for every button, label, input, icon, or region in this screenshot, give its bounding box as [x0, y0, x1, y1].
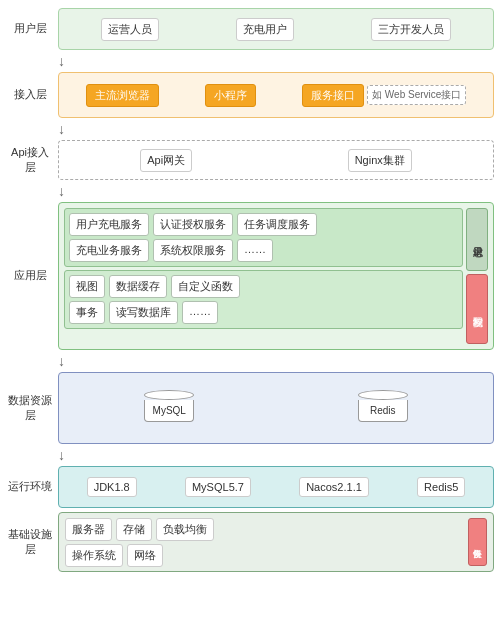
service-row-2: 充电业务服务 系统权限服务 ……: [69, 239, 458, 262]
redis-db-icon: Redis: [358, 390, 408, 426]
runtime-layer-label: 运行环境: [6, 466, 54, 508]
mysql-db-body: MySQL: [144, 400, 194, 422]
box-browser: 主流浏览器: [86, 84, 159, 107]
infra-main: 服务器 存储 负载均衡 操作系统 网络: [65, 518, 465, 566]
infra-layer: 基础设施层 服务器 存储 负载均衡 操作系统 网络 备份恢复: [6, 512, 494, 572]
app-layer: 应用层 用户充电服务 认证授权服务 任务调度服务 充电业务服务 系统权限服务 ……: [6, 202, 494, 350]
framework-row-1: 视图 数据缓存 自定义函数: [69, 275, 458, 298]
framework-row-2: 事务 读写数据库 ……: [69, 301, 458, 324]
app-right-badges: 日志记录 权限控制: [466, 208, 488, 344]
data-layer: 数据资源层 MySQL Redis: [6, 372, 494, 444]
api-layer-content: Api网关 Nginx集群: [58, 140, 494, 180]
app-main-content: 用户充电服务 认证授权服务 任务调度服务 充电业务服务 系统权限服务 …… 视图…: [64, 208, 463, 344]
box-view: 视图: [69, 275, 105, 298]
data-layer-label: 数据资源层: [6, 372, 54, 444]
box-cache: 数据缓存: [109, 275, 167, 298]
api-layer: Api接入层 Api网关 Nginx集群: [6, 140, 494, 180]
access-layer-content: 主流浏览器 小程序 服务接口 如 Web Service接口: [58, 72, 494, 118]
box-transaction: 事务: [69, 301, 105, 324]
box-charge-svc: 用户充电服务: [69, 213, 149, 236]
box-task-svc: 任务调度服务: [237, 213, 317, 236]
box-loadbalance: 负载均衡: [156, 518, 214, 541]
runtime-layer-content: JDK1.8 MySQL5.7 Nacos2.1.1 Redis5: [58, 466, 494, 508]
box-api-gateway: Api网关: [140, 149, 192, 172]
infra-layer-content: 服务器 存储 负载均衡 操作系统 网络 备份恢复: [58, 512, 494, 572]
architecture-diagram: 用户层 运营人员 充电用户 三方开发人员 ↓ 接入层 主流浏览器 小程序 服务接…: [0, 0, 500, 644]
user-layer: 用户层 运营人员 充电用户 三方开发人员: [6, 8, 494, 50]
box-rw-db: 读写数据库: [109, 301, 178, 324]
access-service-container: 服务接口 如 Web Service接口: [302, 84, 466, 107]
box-charge-user: 充电用户: [236, 18, 294, 41]
data-layer-content: MySQL Redis: [58, 372, 494, 444]
arrow-4: ↓: [6, 354, 494, 368]
box-auth-svc: 认证授权服务: [153, 213, 233, 236]
webservice-note: 如 Web Service接口: [367, 85, 466, 105]
app-bottom-framework: 视图 数据缓存 自定义函数 事务 读写数据库 ……: [64, 270, 463, 329]
arrow-3: ↓: [6, 184, 494, 198]
box-service-api: 服务接口: [302, 84, 364, 107]
box-storage: 存储: [116, 518, 152, 541]
access-layer: 接入层 主流浏览器 小程序 服务接口 如 Web Service接口: [6, 72, 494, 118]
box-more-svc: ……: [237, 239, 273, 262]
box-jdk: JDK1.8: [87, 477, 137, 497]
box-miniapp: 小程序: [205, 84, 256, 107]
access-layer-label: 接入层: [6, 72, 54, 118]
infra-layer-label: 基础设施层: [6, 512, 54, 572]
arrow-2: ↓: [6, 122, 494, 136]
infra-row-1: 服务器 存储 负载均衡: [65, 518, 465, 541]
api-layer-label: Api接入层: [6, 140, 54, 180]
box-more-fw: ……: [182, 301, 218, 324]
box-redis5: Redis5: [417, 477, 465, 497]
user-layer-label: 用户层: [6, 8, 54, 50]
permission-badge: 权限控制: [466, 274, 488, 345]
box-nacos: Nacos2.1.1: [299, 477, 369, 497]
infra-row-2: 操作系统 网络: [65, 544, 465, 567]
arrow-1: ↓: [6, 54, 494, 68]
box-perm-svc: 系统权限服务: [153, 239, 233, 262]
app-layer-content: 用户充电服务 认证授权服务 任务调度服务 充电业务服务 系统权限服务 …… 视图…: [58, 202, 494, 350]
box-os: 操作系统: [65, 544, 123, 567]
box-custom-fn: 自定义函数: [171, 275, 240, 298]
box-biz-svc: 充电业务服务: [69, 239, 149, 262]
runtime-layer: 运行环境 JDK1.8 MySQL5.7 Nacos2.1.1 Redis5: [6, 466, 494, 508]
arrow-5: ↓: [6, 448, 494, 462]
log-badge: 日志记录: [466, 208, 488, 271]
user-layer-content: 运营人员 充电用户 三方开发人员: [58, 8, 494, 50]
box-operator: 运营人员: [101, 18, 159, 41]
service-row-1: 用户充电服务 认证授权服务 任务调度服务: [69, 213, 458, 236]
app-top-services: 用户充电服务 认证授权服务 任务调度服务 充电业务服务 系统权限服务 ……: [64, 208, 463, 267]
mysql-db-icon: MySQL: [144, 390, 194, 426]
redis-db-body: Redis: [358, 400, 408, 422]
box-nginx: Nginx集群: [348, 149, 412, 172]
box-third-dev: 三方开发人员: [371, 18, 451, 41]
box-network: 网络: [127, 544, 163, 567]
backup-badge: 备份恢复: [468, 518, 487, 566]
box-server: 服务器: [65, 518, 112, 541]
box-mysql57: MySQL5.7: [185, 477, 251, 497]
app-layer-label: 应用层: [6, 202, 54, 350]
